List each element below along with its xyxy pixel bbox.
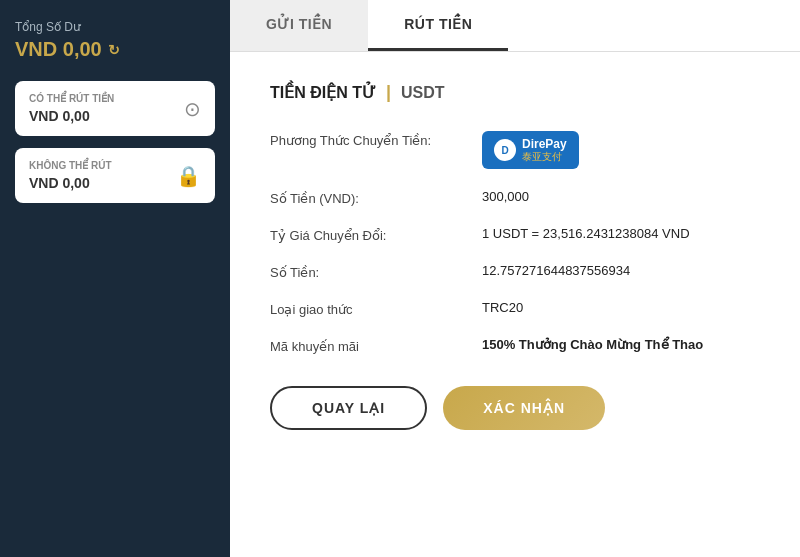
withdrawable-amount: VND 0,00 xyxy=(29,108,114,124)
action-buttons: QUAY LẠI XÁC NHẬN xyxy=(270,386,760,430)
withdrawable-icon: ⊙ xyxy=(184,97,201,121)
direpay-name: DirePay xyxy=(522,137,567,151)
confirm-button[interactable]: XÁC NHẬN xyxy=(443,386,605,430)
direpay-logo-icon: D xyxy=(494,139,516,161)
promo-value: 150% Thưởng Chào Mừng Thể Thao xyxy=(482,337,703,352)
amount-vnd-label: Số Tiền (VND): xyxy=(270,189,470,206)
amount-usdt-label: Số Tiền: xyxy=(270,263,470,280)
exchange-rate-label: Tỷ Giá Chuyển Đổi: xyxy=(270,226,470,243)
back-button[interactable]: QUAY LẠI xyxy=(270,386,427,430)
non-withdrawable-icon: 🔒 xyxy=(176,164,201,188)
payment-method-row: Phương Thức Chuyển Tiền: D DirePay 泰亚支付 xyxy=(270,131,760,169)
direpay-badge[interactable]: D DirePay 泰亚支付 xyxy=(482,131,579,169)
amount-vnd-value: 300,000 xyxy=(482,189,529,204)
total-balance-section: Tổng Số Dư VND 0,00 ↻ xyxy=(15,20,215,61)
total-balance-amount: VND 0,00 ↻ xyxy=(15,38,215,61)
non-withdrawable-label: KHÔNG THỂ RÚT xyxy=(29,160,112,171)
withdrawable-label: CÓ THỂ RÚT TIỀN xyxy=(29,93,114,104)
section-title-sub: USDT xyxy=(401,84,445,102)
refresh-icon[interactable]: ↻ xyxy=(108,42,120,58)
main-panel: GỬI TIỀN RÚT TIỀN TIỀN ĐIỆN TỬ | USDT Ph… xyxy=(230,0,800,557)
tab-rut-tien[interactable]: RÚT TIỀN xyxy=(368,0,508,51)
section-title: TIỀN ĐIỆN TỬ | USDT xyxy=(270,82,760,103)
section-title-main: TIỀN ĐIỆN TỬ xyxy=(270,83,376,102)
section-title-divider: | xyxy=(386,82,391,103)
sidebar: Tổng Số Dư VND 0,00 ↻ CÓ THỂ RÚT TIỀN VN… xyxy=(0,0,230,557)
tab-bar: GỬI TIỀN RÚT TIỀN xyxy=(230,0,800,52)
exchange-rate-row: Tỷ Giá Chuyển Đổi: 1 USDT = 23,516.24312… xyxy=(270,226,760,243)
promo-row: Mã khuyến mãi 150% Thưởng Chào Mừng Thể … xyxy=(270,337,760,354)
non-withdrawable-amount: VND 0,00 xyxy=(29,175,112,191)
exchange-rate-value: 1 USDT = 23,516.2431238084 VND xyxy=(482,226,690,241)
protocol-label: Loại giao thức xyxy=(270,300,470,317)
amount-vnd-row: Số Tiền (VND): 300,000 xyxy=(270,189,760,206)
withdrawable-card: CÓ THỂ RÚT TIỀN VND 0,00 ⊙ xyxy=(15,81,215,136)
protocol-value: TRC20 xyxy=(482,300,523,315)
tab-gui-tien[interactable]: GỬI TIỀN xyxy=(230,0,368,51)
protocol-row: Loại giao thức TRC20 xyxy=(270,300,760,317)
payment-method-label: Phương Thức Chuyển Tiền: xyxy=(270,131,470,148)
total-balance-label: Tổng Số Dư xyxy=(15,20,215,34)
non-withdrawable-card: KHÔNG THỂ RÚT VND 0,00 🔒 xyxy=(15,148,215,203)
amount-usdt-value: 12.757271644837556934 xyxy=(482,263,630,278)
promo-label: Mã khuyến mãi xyxy=(270,337,470,354)
direpay-chinese: 泰亚支付 xyxy=(522,151,567,163)
amount-usdt-row: Số Tiền: 12.757271644837556934 xyxy=(270,263,760,280)
content-area: TIỀN ĐIỆN TỬ | USDT Phương Thức Chuyển T… xyxy=(230,52,800,557)
